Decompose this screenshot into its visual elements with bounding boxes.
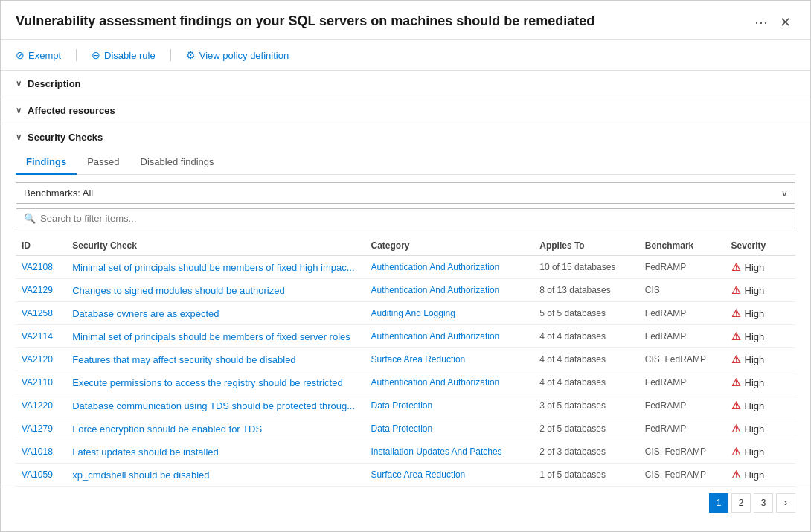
cell-check: xp_cmdshell should be disabled	[66, 464, 365, 487]
toolbar-divider-2	[170, 49, 171, 61]
description-label: Description	[28, 78, 81, 89]
cell-severity: ⚠ High	[725, 371, 795, 394]
page-btn-3[interactable]: 3	[754, 493, 773, 513]
findings-table-container: ID Security Check Category Applies To Be…	[16, 236, 795, 487]
more-options-button[interactable]: ⋯	[750, 14, 772, 31]
findings-table: ID Security Check Category Applies To Be…	[16, 236, 795, 487]
cell-check: Latest updates should be installed	[66, 440, 365, 464]
cell-category: Authentication And Authorization	[365, 325, 533, 348]
affected-resources-label: Affected resources	[28, 105, 115, 116]
severity-icon: ⚠	[731, 307, 741, 319]
benchmarks-dropdown[interactable]: Benchmarks: All	[16, 182, 795, 204]
panel-header: Vulnerability assessment findings on you…	[1, 1, 810, 40]
severity-text: High	[745, 423, 765, 435]
cell-category: Surface Area Reduction	[365, 464, 533, 487]
cell-category: Surface Area Reduction	[365, 348, 533, 371]
table-row[interactable]: VA2110 Execute permissions to access the…	[16, 371, 795, 394]
view-policy-label: View policy definition	[199, 50, 289, 61]
severity-text: High	[745, 400, 765, 411]
cell-id: VA2114	[16, 325, 66, 348]
severity-text: High	[745, 262, 765, 273]
description-header[interactable]: ∨ Description	[1, 71, 810, 97]
disable-rule-button[interactable]: ⊖ Disable rule	[92, 46, 156, 64]
severity-badge: ⚠ High	[731, 423, 789, 435]
severity-icon: ⚠	[731, 469, 741, 481]
cell-check: Database communication using TDS should …	[66, 394, 365, 417]
cell-check: Minimal set of principals should be memb…	[66, 325, 365, 348]
cell-benchmark: FedRAMP	[639, 302, 725, 325]
severity-text: High	[745, 446, 765, 458]
col-header-severity: Severity	[725, 236, 795, 256]
close-button[interactable]: ✕	[775, 14, 795, 31]
tab-findings[interactable]: Findings	[16, 150, 77, 175]
severity-badge: ⚠ High	[731, 330, 789, 342]
cell-severity: ⚠ High	[725, 256, 795, 279]
table-row[interactable]: VA2108 Minimal set of principals should …	[16, 256, 795, 279]
table-row[interactable]: VA1258 Database owners are as expected A…	[16, 302, 795, 325]
security-checks-chevron: ∨	[16, 132, 22, 142]
search-icon: 🔍	[24, 213, 36, 224]
col-header-benchmark: Benchmark	[639, 236, 725, 256]
affected-resources-header[interactable]: ∨ Affected resources	[1, 97, 810, 124]
severity-text: High	[745, 469, 765, 481]
page-title: Vulnerability assessment findings on you…	[16, 13, 594, 30]
search-row: 🔍	[16, 208, 795, 228]
cell-category: Data Protection	[365, 417, 533, 440]
cell-category: Data Protection	[365, 394, 533, 417]
exempt-label: Exempt	[28, 50, 61, 61]
table-row[interactable]: VA2129 Changes to signed modules should …	[16, 279, 795, 302]
tab-passed[interactable]: Passed	[77, 150, 129, 175]
cell-applies-to: 4 of 4 databases	[533, 371, 639, 394]
table-row[interactable]: VA1279 Force encryption should be enable…	[16, 417, 795, 440]
severity-badge: ⚠ High	[731, 307, 789, 319]
cell-benchmark: FedRAMP	[639, 256, 725, 279]
cell-benchmark: CIS, FedRAMP	[639, 440, 725, 464]
table-header-row: ID Security Check Category Applies To Be…	[16, 236, 795, 256]
cell-id: VA1059	[16, 464, 66, 487]
severity-text: High	[745, 354, 765, 365]
exempt-button[interactable]: ⊘ Exempt	[16, 46, 61, 64]
cell-benchmark: CIS, FedRAMP	[639, 348, 725, 371]
page-btn-2[interactable]: 2	[731, 493, 751, 513]
security-checks-header[interactable]: ∨ Security Checks	[16, 124, 795, 150]
cell-severity: ⚠ High	[725, 417, 795, 440]
cell-id: VA2110	[16, 371, 66, 394]
table-row[interactable]: VA1018 Latest updates should be installe…	[16, 440, 795, 464]
view-policy-button[interactable]: ⚙ View policy definition	[186, 46, 289, 64]
severity-text: High	[745, 308, 765, 319]
cell-benchmark: FedRAMP	[639, 325, 725, 348]
cell-applies-to: 5 of 5 databases	[533, 302, 639, 325]
severity-icon: ⚠	[731, 376, 741, 388]
table-row[interactable]: VA1059 xp_cmdshell should be disabled Su…	[16, 464, 795, 487]
cell-benchmark: FedRAMP	[639, 417, 725, 440]
cell-id: VA2129	[16, 279, 66, 302]
cell-applies-to: 8 of 13 databases	[533, 279, 639, 302]
table-row[interactable]: VA1220 Database communication using TDS …	[16, 394, 795, 417]
search-input[interactable]	[40, 213, 787, 224]
severity-badge: ⚠ High	[731, 469, 789, 481]
cell-id: VA2120	[16, 348, 66, 371]
severity-icon: ⚠	[731, 423, 741, 435]
cell-category: Installation Updates And Patches	[365, 440, 533, 464]
cell-severity: ⚠ High	[725, 279, 795, 302]
security-checks-section: ∨ Security Checks Findings Passed Disabl…	[1, 124, 810, 487]
cell-check: Features that may affect security should…	[66, 348, 365, 371]
pagination-next-button[interactable]: ›	[776, 493, 795, 513]
severity-icon: ⚠	[731, 400, 741, 411]
severity-badge: ⚠ High	[731, 400, 789, 411]
severity-icon: ⚠	[731, 353, 741, 365]
cell-applies-to: 2 of 5 databases	[533, 417, 639, 440]
tab-disabled-findings[interactable]: Disabled findings	[130, 150, 225, 175]
cell-id: VA1018	[16, 440, 66, 464]
severity-icon: ⚠	[731, 446, 741, 458]
security-checks-label: Security Checks	[28, 132, 103, 143]
table-row[interactable]: VA2120 Features that may affect security…	[16, 348, 795, 371]
page-btn-1[interactable]: 1	[709, 493, 728, 513]
severity-icon: ⚠	[731, 330, 741, 342]
col-header-check: Security Check	[66, 236, 365, 256]
severity-icon: ⚠	[731, 261, 741, 273]
severity-badge: ⚠ High	[731, 284, 789, 296]
table-row[interactable]: VA2114 Minimal set of principals should …	[16, 325, 795, 348]
cell-category: Auditing And Logging	[365, 302, 533, 325]
disable-rule-label: Disable rule	[104, 50, 156, 61]
